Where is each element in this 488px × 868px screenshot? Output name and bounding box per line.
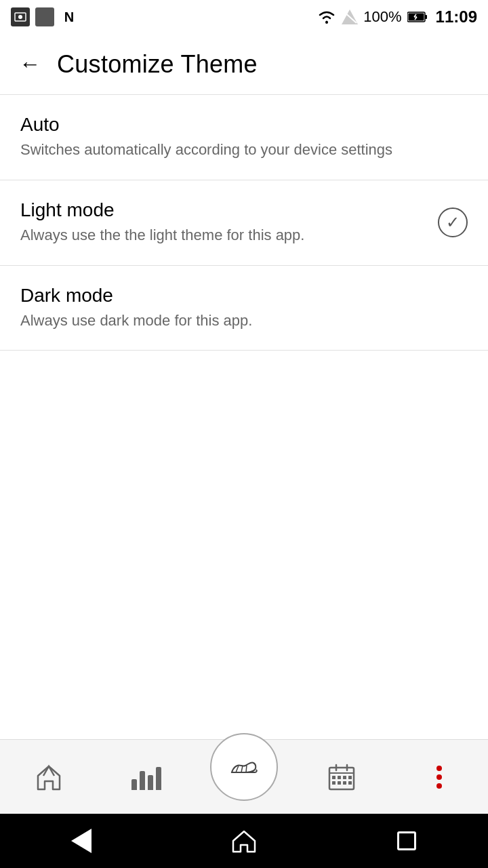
svg-rect-7 <box>425 15 427 19</box>
android-home-icon <box>232 829 256 853</box>
svg-rect-17 <box>343 776 346 779</box>
stats-icon <box>131 764 161 790</box>
app-bar: ← Customize Theme <box>0 34 488 95</box>
bottom-nav <box>0 739 488 814</box>
dark-mode-option[interactable]: Dark mode Always use dark mode for this … <box>0 266 488 351</box>
auto-option-subtitle: Switches automatically according to your… <box>20 140 468 161</box>
nav-stats[interactable] <box>113 750 180 804</box>
signal-icon <box>342 9 358 24</box>
nav-activity-button[interactable] <box>210 733 278 801</box>
svg-rect-16 <box>338 776 341 779</box>
svg-point-1 <box>18 15 22 19</box>
page-title: Customize Theme <box>57 50 258 79</box>
light-mode-option[interactable]: Light mode Always use the the light them… <box>0 180 488 266</box>
auto-option[interactable]: Auto Switches automatically according to… <box>0 95 488 180</box>
status-time: 11:09 <box>436 7 477 26</box>
photo-icon <box>11 7 30 26</box>
home-icon <box>34 762 64 792</box>
recent-square-icon <box>397 831 416 850</box>
battery-text: 100% <box>363 8 401 26</box>
android-back-button[interactable] <box>61 821 102 861</box>
android-recent-button[interactable] <box>386 821 427 861</box>
wifi-icon <box>317 9 336 24</box>
nav-more[interactable] <box>405 750 473 804</box>
auto-option-title: Auto <box>20 114 468 136</box>
status-bar-left: N <box>11 7 79 26</box>
status-bar: N 100% 11:09 <box>0 0 488 34</box>
status-bar-right: 100% 11:09 <box>317 7 477 26</box>
n-icon: N <box>60 7 79 26</box>
check-mark: ✓ <box>446 214 460 231</box>
nav-calendar[interactable] <box>308 750 375 804</box>
light-mode-title: Light mode <box>20 199 438 221</box>
svg-rect-15 <box>332 776 336 779</box>
android-nav-bar <box>0 814 488 868</box>
svg-rect-22 <box>348 781 352 785</box>
shoe-icon <box>225 748 263 786</box>
back-triangle-icon <box>71 829 92 853</box>
svg-rect-18 <box>348 776 352 779</box>
calendar-icon <box>327 762 357 792</box>
back-button[interactable]: ← <box>14 48 46 81</box>
light-mode-option-text: Light mode Always use the the light them… <box>20 199 438 246</box>
dark-mode-option-text: Dark mode Always use dark mode for this … <box>20 285 468 332</box>
svg-rect-21 <box>343 781 346 785</box>
android-home-button[interactable] <box>224 821 264 861</box>
svg-rect-19 <box>332 781 336 785</box>
dark-mode-subtitle: Always use dark mode for this app. <box>20 311 468 332</box>
more-dots-icon <box>436 766 442 789</box>
dark-mode-title: Dark mode <box>20 285 468 307</box>
svg-rect-20 <box>338 781 341 785</box>
auto-option-text: Auto Switches automatically according to… <box>20 114 468 161</box>
options-list: Auto Switches automatically according to… <box>0 95 488 351</box>
battery-icon <box>407 11 428 23</box>
nav-home[interactable] <box>15 750 83 804</box>
square-icon <box>35 7 54 26</box>
light-mode-subtitle: Always use the the light theme for this … <box>20 225 438 246</box>
svg-point-2 <box>325 21 328 24</box>
light-mode-check-icon: ✓ <box>438 208 468 237</box>
